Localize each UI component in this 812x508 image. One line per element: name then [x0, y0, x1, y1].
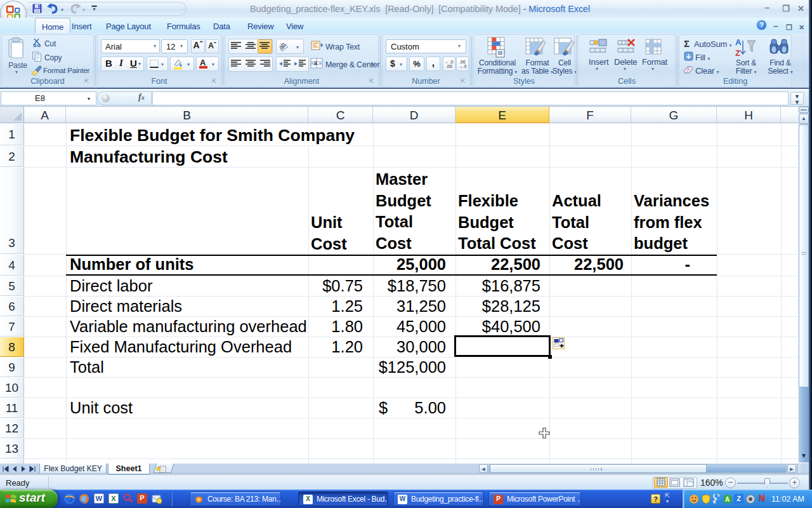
svg-text:Z: Z — [735, 48, 740, 58]
svg-text:e: e — [67, 495, 71, 504]
svg-text:A: A — [735, 37, 742, 47]
svg-text:A: A — [725, 496, 730, 503]
